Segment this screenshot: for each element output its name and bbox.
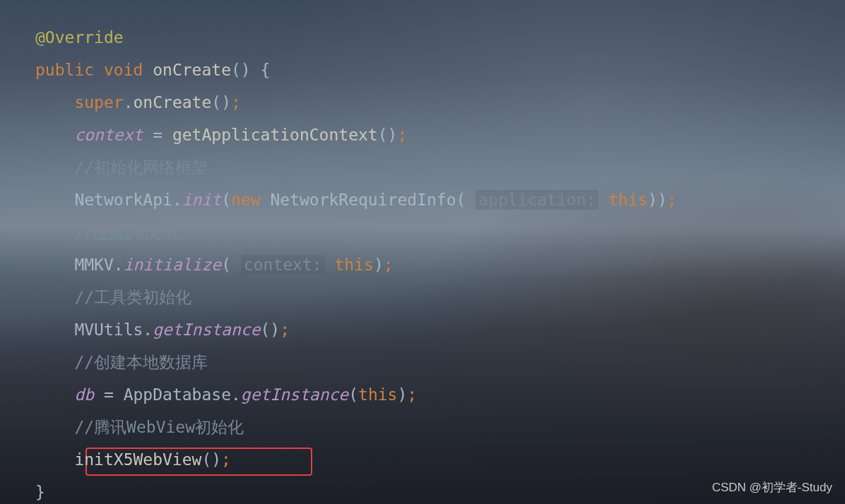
code-line-7: //MMKV初始化 (35, 216, 810, 248)
comment-db: //创建本地数据库 (74, 353, 208, 371)
method-oncreate: onCreate (153, 61, 231, 79)
comment-utils: //工具类初始化 (74, 288, 191, 306)
code-line-4: context = getApplicationContext(); (35, 119, 810, 151)
comment-mmkv: MMKV (94, 223, 133, 241)
code-line-5: //初始化网络框架 (35, 151, 810, 184)
method-init: init (182, 191, 221, 209)
code-line-2: public void onCreate() { (35, 54, 810, 86)
hint-context: context: (241, 255, 325, 275)
class-networkapi: NetworkApi (74, 191, 172, 209)
code-line-3: super.onCreate(); (35, 86, 810, 119)
annotation: @Override (35, 28, 124, 47)
code-line-6: NetworkApi.init(new NetworkRequiredInfo(… (35, 184, 810, 216)
comment-network: //初始化网络框架 (74, 158, 208, 176)
comment-webview: //腾讯WebView初始化 (74, 418, 244, 436)
class-appdb: AppDatabase (124, 385, 231, 404)
code-line-13: //腾讯WebView初始化 (35, 411, 810, 443)
keyword-this: this (608, 191, 647, 209)
code-line-1: @Override (35, 21, 810, 54)
code-line-12: db = AppDatabase.getInstance(this); (35, 378, 810, 411)
keyword-new: new (231, 191, 261, 209)
brace-close: } (35, 483, 45, 501)
field-db: db (74, 385, 94, 404)
method-initialize: initialize (124, 256, 221, 274)
code-line-14: initX5WebView(); (35, 443, 810, 476)
keyword-this-2: this (334, 256, 373, 274)
class-mvutils: MVUtils (74, 320, 143, 339)
method-getinstance-2: getInstance (241, 385, 348, 404)
code-line-9: //工具类初始化 (35, 281, 810, 313)
method-getinstance: getInstance (153, 320, 260, 339)
hint-application: application: (475, 190, 598, 210)
paren: () (231, 61, 251, 79)
code-editor: @Override public void onCreate() { super… (0, 0, 845, 504)
keyword-public: public (35, 61, 94, 79)
call-oncreate: onCreate (134, 93, 212, 112)
field-context: context (74, 126, 143, 144)
code-line-11: //创建本地数据库 (35, 346, 810, 378)
keyword-void: void (104, 61, 143, 79)
class-networkinfo: NetworkRequiredInfo (270, 191, 456, 209)
code-line-8: MMKV.initialize( context: this); (35, 248, 810, 281)
class-mmkv: MMKV (74, 256, 113, 274)
comment-mmkv-suffix: 初始化 (133, 223, 182, 241)
code-line-10: MVUtils.getInstance(); (35, 313, 810, 346)
brace: { (261, 61, 271, 79)
code-line-15: } (35, 476, 810, 504)
call-getappcontext: getApplicationContext (172, 126, 378, 144)
keyword-super: super (74, 93, 123, 112)
call-initx5: initX5WebView (74, 450, 201, 469)
keyword-this-3: this (358, 385, 397, 404)
watermark: CSDN @初学者-Study (712, 479, 832, 496)
comment-mmkv-prefix: // (74, 223, 94, 241)
